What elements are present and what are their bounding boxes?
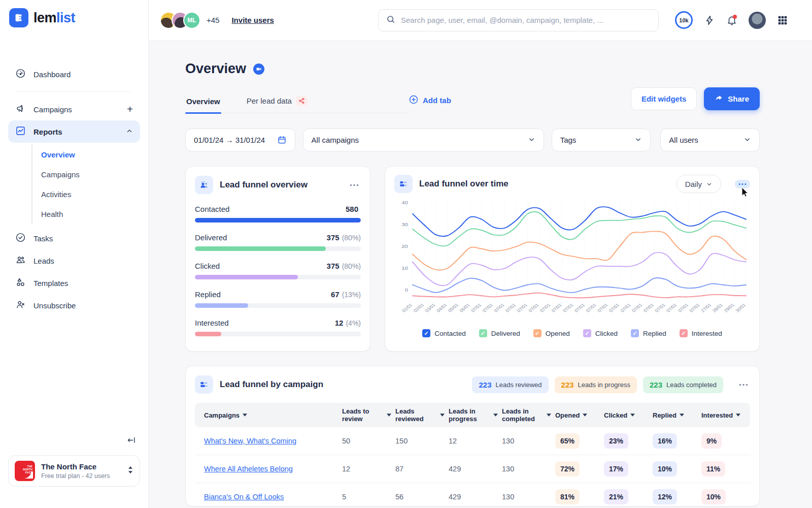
funnel-percent: (4%) <box>346 319 361 327</box>
legend-checkbox[interactable]: ✓ <box>680 329 688 337</box>
svg-text:27/01: 27/01 <box>700 302 712 313</box>
legend-checkbox[interactable]: ✓ <box>533 329 542 337</box>
column-header[interactable]: Leads reviewed <box>395 404 449 426</box>
notifications-bell-icon[interactable] <box>726 15 737 26</box>
search-input[interactable] <box>401 16 651 24</box>
campaign-link[interactable]: What's New, What's Coming <box>204 437 296 445</box>
sidebar-item-unsubscribe[interactable]: Unsubscribe <box>8 294 140 316</box>
lead-funnel-by-campaign-card: Lead funnel by campaign 223Leads reviewe… <box>185 366 760 506</box>
lightning-icon[interactable] <box>704 15 715 26</box>
edit-widgets-button[interactable]: Edit widgets <box>631 87 697 110</box>
campaigns-filter-select[interactable]: All campaigns <box>303 129 544 151</box>
date-range-picker[interactable]: 01/01/24 → 31/01/24 <box>185 129 295 151</box>
column-label: Leads reviewed <box>395 407 437 423</box>
campaign-link[interactable]: Bianca's On & Off Looks <box>204 493 284 501</box>
card-title: Lead funnel by campaign <box>220 379 323 390</box>
add-campaign-button[interactable]: + <box>127 104 133 114</box>
column-label: Opened <box>555 411 580 419</box>
collapse-sidebar-icon[interactable] <box>126 435 136 447</box>
interval-select[interactable]: Daily <box>676 175 721 193</box>
workspace-switcher[interactable]: THENORTHFACE The North Face Free trial p… <box>8 455 140 487</box>
sidebar-item-reports-overview[interactable]: Overview <box>32 145 140 165</box>
sidebar-item-dashboard[interactable]: Dashboard <box>8 63 140 85</box>
percent-badge: 10% <box>653 461 677 477</box>
sidebar-item-label: Dashboard <box>33 70 71 79</box>
svg-text:30: 30 <box>401 221 408 227</box>
funnel-row: Clicked 375 (80%) <box>195 262 361 279</box>
legend-checkbox[interactable]: ✓ <box>583 329 591 337</box>
sort-caret-icon <box>680 414 684 417</box>
funnel-row: Replied 67 (13%) <box>195 290 361 308</box>
funnel-label: Contacted <box>195 205 229 213</box>
lemlist-logo-icon <box>9 8 28 27</box>
progress-bar <box>195 218 361 223</box>
tags-filter-select[interactable]: Tags <box>552 129 651 151</box>
invite-users-link[interactable]: Invite users <box>231 16 274 24</box>
up-down-caret-icon <box>127 466 133 475</box>
sidebar: lemlist Dashboard Campaigns + Reports Ov… <box>0 0 149 508</box>
svg-text:07/01: 07/01 <box>608 302 620 313</box>
team-avatars[interactable]: ML <box>160 12 200 29</box>
column-label: Leads in progress <box>449 407 490 423</box>
column-header[interactable]: Leads in progress <box>449 404 502 426</box>
sort-caret-icon <box>630 414 635 417</box>
sidebar-item-templates[interactable]: Templates <box>8 272 140 294</box>
sidebar-item-leads[interactable]: Leads <box>8 249 140 272</box>
legend-item-replied[interactable]: ✓Replied <box>631 329 666 337</box>
chart-legend: ✓Contacted✓Delivered✓Opened✓Clicked✓Repl… <box>394 329 750 337</box>
svg-text:07/01: 07/01 <box>573 302 586 313</box>
tab-overview[interactable]: Overview <box>185 92 221 113</box>
card-menu-dots-icon[interactable] <box>737 382 750 388</box>
video-camera-icon[interactable] <box>253 64 264 75</box>
legend-checkbox[interactable]: ✓ <box>631 329 639 337</box>
campaign-link[interactable]: Where All Atheletes Belong <box>204 465 293 473</box>
svg-text:02/01: 02/01 <box>413 302 425 313</box>
legend-item-contacted[interactable]: ✓Contacted <box>422 329 466 337</box>
topbar: ML +45 Invite users 10k <box>149 0 812 41</box>
percent-badge: 21% <box>604 489 628 504</box>
lemlist-logo[interactable]: lemlist <box>0 0 148 27</box>
column-header[interactable]: Interested <box>701 408 750 422</box>
north-face-logo: THENORTHFACE <box>15 461 35 481</box>
add-tab-button[interactable]: Add tab <box>409 94 451 113</box>
global-search[interactable] <box>378 9 659 31</box>
users-filter-select[interactable]: All users <box>660 129 760 151</box>
column-header[interactable]: Leads in completed <box>502 404 555 426</box>
legend-item-clicked[interactable]: ✓Clicked <box>583 329 618 337</box>
column-header[interactable]: Replied <box>653 408 701 422</box>
badge-count: 223 <box>650 380 662 389</box>
sidebar-item-campaigns[interactable]: Campaigns + <box>8 98 140 120</box>
table-row: What's New, What's Coming501501213065%23… <box>195 427 750 455</box>
campaign-table: CampaignsLeads to reviewLeads reviewedLe… <box>195 403 750 506</box>
sidebar-item-tasks[interactable]: Tasks <box>8 227 140 249</box>
sidebar-item-reports-activities[interactable]: Activities <box>32 184 140 204</box>
svg-text:40: 40 <box>401 200 408 205</box>
credits-badge[interactable]: 10k <box>675 11 693 29</box>
column-header[interactable]: Leads to review <box>342 404 395 426</box>
funnel-label: Replied <box>195 290 221 299</box>
tab-per-lead-data[interactable]: Per lead data <box>246 91 309 113</box>
user-avatar[interactable] <box>749 12 766 29</box>
sidebar-item-reports-campaigns[interactable]: Campaigns <box>32 165 140 184</box>
card-menu-dots-icon[interactable] <box>735 180 750 188</box>
sidebar-item-reports-health[interactable]: Health <box>32 204 140 224</box>
chevron-up-icon[interactable] <box>126 128 133 136</box>
column-header[interactable]: Campaigns <box>195 408 342 422</box>
line-chart: 01020304001/0102/0103/0104/0105/0106/010… <box>394 195 750 328</box>
legend-label: Interested <box>692 330 722 337</box>
legend-checkbox[interactable]: ✓ <box>479 329 487 337</box>
card-menu-dots-icon[interactable] <box>348 182 361 188</box>
legend-checkbox[interactable]: ✓ <box>422 329 430 337</box>
column-header[interactable]: Clicked <box>604 408 653 422</box>
apps-grid-icon[interactable] <box>777 15 788 26</box>
share-button[interactable]: Share <box>704 87 760 110</box>
legend-item-delivered[interactable]: ✓Delivered <box>479 329 520 337</box>
legend-item-opened[interactable]: ✓Opened <box>533 329 570 337</box>
sidebar-item-reports[interactable]: Reports <box>8 120 140 143</box>
svg-text:04/01: 04/01 <box>435 302 448 313</box>
legend-item-interested[interactable]: ✓Interested <box>680 329 722 337</box>
column-header[interactable]: Opened <box>555 408 604 422</box>
workspace-plan: Free trial plan - 42 users <box>41 472 110 480</box>
funnel-rows: Contacted 580 Delivered 375 (80%) Clicke… <box>195 205 361 336</box>
sort-caret-icon <box>493 414 498 417</box>
